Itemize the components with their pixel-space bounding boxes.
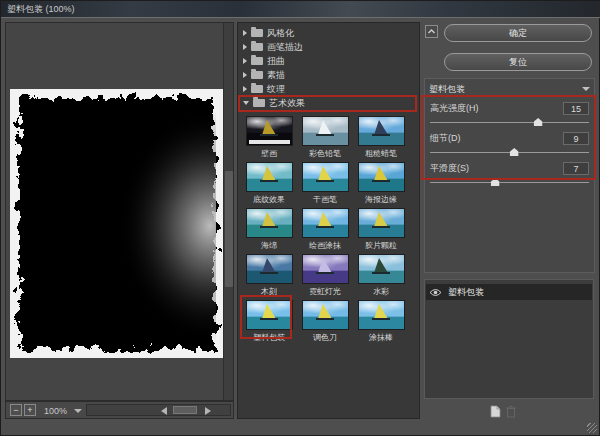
effect-layer-label: 塑料包装 [444, 286, 484, 299]
category-item[interactable]: 纹理 [238, 82, 419, 96]
preview-vertical-scrollbar[interactable] [223, 23, 233, 400]
scroll-right-arrow-icon[interactable] [205, 407, 211, 415]
chevron-down-icon[interactable] [74, 409, 82, 413]
filter-item[interactable]: 粗糙蜡笔 [353, 115, 409, 161]
disclosure-triangle-icon [243, 44, 247, 50]
category-label: 画笔描边 [267, 41, 303, 54]
filter-thumbnail[interactable] [302, 300, 349, 330]
filter-thumbnail[interactable] [358, 208, 405, 238]
chevron-down-icon [582, 87, 590, 91]
reset-button[interactable]: 复位 [444, 53, 592, 71]
effect-layer-row[interactable]: 塑料包装 [426, 284, 592, 300]
category-label: 纹理 [267, 83, 285, 96]
filter-thumbnail[interactable] [358, 116, 405, 146]
filter-item[interactable]: 壁画 [241, 115, 297, 161]
category-list: 风格化画笔描边扭曲素描纹理艺术效果 [238, 26, 419, 110]
folder-icon [251, 85, 263, 93]
category-item[interactable]: 艺术效果 [238, 96, 419, 110]
slider-thumb[interactable] [510, 148, 519, 156]
slider-value-field[interactable]: 7 [563, 162, 589, 175]
ok-button[interactable]: 确定 [444, 24, 592, 42]
folder-icon [251, 71, 263, 79]
collapse-thumbnails-button[interactable] [425, 25, 438, 38]
filter-item[interactable]: 霓虹灯光 [297, 253, 353, 299]
filter-item[interactable]: 海报边缘 [353, 161, 409, 207]
slider-value-field[interactable]: 9 [563, 132, 589, 145]
visibility-cell[interactable] [426, 288, 444, 297]
folder-icon [251, 43, 263, 51]
dialog-title: 塑料包装 (100%) [7, 4, 75, 14]
filter-thumbnail[interactable] [302, 162, 349, 192]
scroll-left-arrow-icon[interactable] [161, 407, 167, 415]
filter-thumbnail[interactable] [358, 300, 405, 330]
folder-icon [251, 57, 263, 65]
category-item[interactable]: 风格化 [238, 26, 419, 40]
filter-label: 绘画涂抹 [309, 240, 341, 251]
filter-thumbnail[interactable] [358, 162, 405, 192]
filter-thumbnail[interactable] [246, 254, 293, 284]
preview-panel [5, 22, 234, 401]
slider-thumb[interactable] [534, 118, 543, 126]
category-label: 扭曲 [267, 55, 285, 68]
filter-thumbnail[interactable] [246, 300, 293, 330]
filter-thumbnail[interactable] [302, 254, 349, 284]
filter-label: 涂抹棒 [369, 332, 393, 343]
slider-value-field[interactable]: 15 [563, 102, 589, 115]
filter-label: 干画笔 [313, 194, 337, 205]
filter-thumbnail[interactable] [358, 254, 405, 284]
category-label: 艺术效果 [269, 97, 305, 110]
filter-item[interactable]: 彩色铅笔 [297, 115, 353, 161]
filter-item[interactable]: 塑料包装 [241, 299, 297, 345]
filter-thumbnail[interactable] [302, 208, 349, 238]
zoom-level-dropdown[interactable]: 100% [44, 406, 67, 416]
filter-label: 水彩 [373, 286, 389, 297]
slider-track[interactable] [430, 147, 589, 157]
filter-label: 底纹效果 [253, 194, 285, 205]
disclosure-triangle-icon [243, 86, 247, 92]
filter-item[interactable]: 绘画涂抹 [297, 207, 353, 253]
filter-item[interactable]: 涂抹棒 [353, 299, 409, 345]
slider-label: 高光强度(H) [430, 102, 479, 115]
scrollbar-thumb[interactable] [173, 406, 197, 414]
filter-item[interactable]: 调色刀 [297, 299, 353, 345]
filter-item[interactable]: 海绵 [241, 207, 297, 253]
filter-thumbnail[interactable] [246, 208, 293, 238]
slider-label: 细节(D) [430, 132, 461, 145]
filter-preset-dropdown[interactable]: 塑料包装 [429, 82, 592, 96]
delete-effect-layer-button[interactable] [505, 404, 517, 417]
slider-group: 高光强度(H)15 [430, 101, 589, 131]
slider-group: 细节(D)9 [430, 131, 589, 161]
folder-icon [253, 99, 265, 107]
slider-track[interactable] [430, 177, 589, 187]
scrollbar-thumb[interactable] [225, 171, 233, 287]
filter-thumbnail[interactable] [246, 162, 293, 192]
filter-thumbnail[interactable] [246, 116, 293, 146]
filter-label: 霓虹灯光 [309, 286, 341, 297]
filter-thumbnail[interactable] [302, 116, 349, 146]
new-effect-layer-button[interactable] [489, 404, 501, 417]
slider-thumb[interactable] [491, 178, 500, 186]
category-item[interactable]: 素描 [238, 68, 419, 82]
category-label: 风格化 [267, 27, 294, 40]
preview-horizontal-scrollbar[interactable] [86, 404, 231, 416]
filter-label: 海报边缘 [365, 194, 397, 205]
thumb-detail [249, 140, 290, 144]
zoom-out-button[interactable]: − [10, 404, 22, 416]
filter-item[interactable]: 干画笔 [297, 161, 353, 207]
slider-list: 高光强度(H)15细节(D)9平滑度(S)7 [430, 101, 589, 191]
folder-icon [251, 29, 263, 37]
preview-image [10, 89, 224, 358]
filter-grid: 壁画彩色铅笔粗糙蜡笔底纹效果干画笔海报边缘海绵绘画涂抹胶片颗粒木刻霓虹灯光水彩塑… [239, 115, 420, 345]
filter-item[interactable]: 木刻 [241, 253, 297, 299]
zoom-in-button[interactable]: + [24, 404, 36, 416]
resize-grip[interactable] [587, 423, 597, 433]
filter-item[interactable]: 胶片颗粒 [353, 207, 409, 253]
disclosure-triangle-icon [243, 72, 247, 78]
filter-browser-panel: 风格化画笔描边扭曲素描纹理艺术效果 壁画彩色铅笔粗糙蜡笔底纹效果干画笔海报边缘海… [237, 22, 420, 419]
slider-track[interactable] [430, 117, 589, 127]
dialog-titlebar[interactable]: 塑料包装 (100%) [1, 1, 600, 18]
category-item[interactable]: 扭曲 [238, 54, 419, 68]
category-item[interactable]: 画笔描边 [238, 40, 419, 54]
filter-item[interactable]: 水彩 [353, 253, 409, 299]
filter-item[interactable]: 底纹效果 [241, 161, 297, 207]
